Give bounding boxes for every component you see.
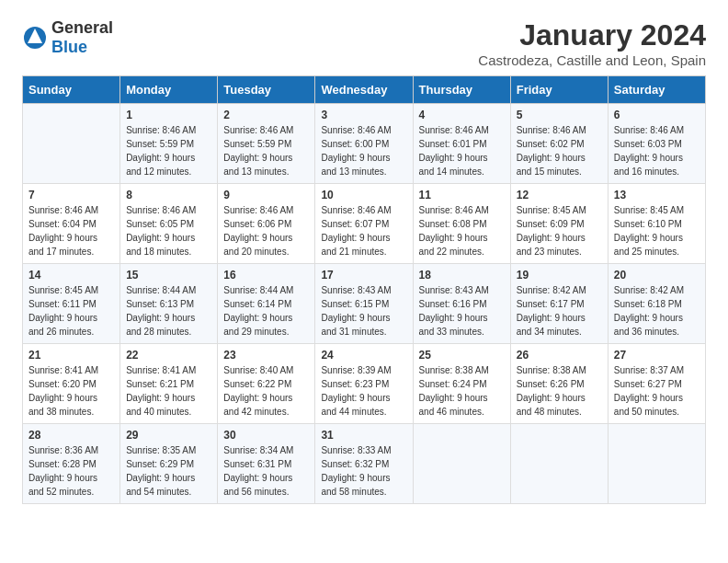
- day-info: Sunrise: 8:37 AM Sunset: 6:27 PM Dayligh…: [614, 363, 700, 419]
- day-header: Friday: [510, 76, 608, 104]
- day-number: 24: [321, 349, 406, 362]
- logo-icon: [22, 25, 48, 51]
- calendar-cell: 12Sunrise: 8:45 AM Sunset: 6:09 PM Dayli…: [510, 184, 608, 264]
- day-info: Sunrise: 8:46 AM Sunset: 6:03 PM Dayligh…: [614, 123, 700, 178]
- calendar-cell: 19Sunrise: 8:42 AM Sunset: 6:17 PM Dayli…: [510, 264, 608, 344]
- calendar-cell: 9Sunrise: 8:46 AM Sunset: 6:06 PM Daylig…: [218, 184, 315, 264]
- calendar-cell: 10Sunrise: 8:46 AM Sunset: 6:07 PM Dayli…: [315, 184, 413, 264]
- day-number: 8: [126, 189, 211, 201]
- day-number: 22: [126, 349, 211, 362]
- calendar-week-row: 1Sunrise: 8:46 AM Sunset: 5:59 PM Daylig…: [23, 104, 706, 184]
- calendar-week-row: 28Sunrise: 8:36 AM Sunset: 6:28 PM Dayli…: [23, 424, 706, 504]
- day-number: 4: [419, 109, 505, 121]
- page-header: General Blue January 2024 Castrodeza, Ca…: [22, 18, 706, 68]
- location-title: Castrodeza, Castille and Leon, Spain: [478, 52, 706, 68]
- day-info: Sunrise: 8:38 AM Sunset: 6:24 PM Dayligh…: [419, 363, 505, 419]
- day-number: 30: [223, 429, 309, 442]
- calendar-week-row: 7Sunrise: 8:46 AM Sunset: 6:04 PM Daylig…: [23, 184, 706, 264]
- day-number: 21: [28, 349, 114, 362]
- day-header: Sunday: [23, 76, 120, 104]
- day-number: 3: [321, 109, 406, 121]
- day-info: Sunrise: 8:38 AM Sunset: 6:26 PM Dayligh…: [517, 363, 602, 419]
- day-number: 31: [321, 429, 406, 442]
- calendar-cell: [23, 104, 120, 184]
- day-info: Sunrise: 8:42 AM Sunset: 6:17 PM Dayligh…: [517, 283, 602, 339]
- calendar-cell: 13Sunrise: 8:45 AM Sunset: 6:10 PM Dayli…: [608, 184, 705, 264]
- day-number: 26: [517, 349, 602, 362]
- calendar-cell: 28Sunrise: 8:36 AM Sunset: 6:28 PM Dayli…: [23, 424, 120, 504]
- calendar-cell: 3Sunrise: 8:46 AM Sunset: 6:00 PM Daylig…: [315, 104, 413, 184]
- calendar-cell: 5Sunrise: 8:46 AM Sunset: 6:02 PM Daylig…: [510, 104, 608, 184]
- calendar-table: SundayMondayTuesdayWednesdayThursdayFrid…: [22, 75, 706, 504]
- day-number: 25: [419, 349, 505, 362]
- calendar-cell: 23Sunrise: 8:40 AM Sunset: 6:22 PM Dayli…: [218, 344, 315, 424]
- day-info: Sunrise: 8:40 AM Sunset: 6:22 PM Dayligh…: [223, 363, 309, 419]
- day-info: Sunrise: 8:43 AM Sunset: 6:16 PM Dayligh…: [419, 283, 505, 339]
- logo-general: General: [51, 18, 113, 37]
- day-info: Sunrise: 8:46 AM Sunset: 6:08 PM Dayligh…: [419, 203, 505, 259]
- day-info: Sunrise: 8:34 AM Sunset: 6:31 PM Dayligh…: [223, 443, 309, 499]
- calendar-cell: [413, 424, 510, 504]
- day-info: Sunrise: 8:35 AM Sunset: 6:29 PM Dayligh…: [126, 443, 211, 499]
- day-number: 9: [223, 189, 309, 201]
- day-number: 29: [126, 429, 211, 442]
- calendar-cell: 29Sunrise: 8:35 AM Sunset: 6:29 PM Dayli…: [120, 424, 218, 504]
- day-info: Sunrise: 8:42 AM Sunset: 6:18 PM Dayligh…: [614, 283, 700, 339]
- day-number: 16: [223, 269, 309, 282]
- day-info: Sunrise: 8:45 AM Sunset: 6:09 PM Dayligh…: [517, 203, 602, 259]
- calendar-cell: 15Sunrise: 8:44 AM Sunset: 6:13 PM Dayli…: [120, 264, 218, 344]
- calendar-cell: 18Sunrise: 8:43 AM Sunset: 6:16 PM Dayli…: [413, 264, 510, 344]
- calendar-cell: 4Sunrise: 8:46 AM Sunset: 6:01 PM Daylig…: [413, 104, 510, 184]
- day-number: 19: [517, 269, 602, 282]
- day-number: 20: [614, 269, 700, 282]
- day-info: Sunrise: 8:43 AM Sunset: 6:15 PM Dayligh…: [321, 283, 406, 339]
- day-info: Sunrise: 8:45 AM Sunset: 6:11 PM Dayligh…: [28, 283, 114, 339]
- day-number: 10: [321, 189, 406, 201]
- calendar-cell: 6Sunrise: 8:46 AM Sunset: 6:03 PM Daylig…: [608, 104, 705, 184]
- day-info: Sunrise: 8:46 AM Sunset: 6:04 PM Dayligh…: [28, 203, 114, 259]
- day-info: Sunrise: 8:45 AM Sunset: 6:10 PM Dayligh…: [614, 203, 700, 259]
- calendar-cell: [608, 424, 705, 504]
- day-number: 14: [28, 269, 114, 282]
- day-number: 13: [614, 189, 700, 201]
- calendar-cell: 17Sunrise: 8:43 AM Sunset: 6:15 PM Dayli…: [315, 264, 413, 344]
- calendar-cell: 14Sunrise: 8:45 AM Sunset: 6:11 PM Dayli…: [23, 264, 120, 344]
- calendar-cell: 2Sunrise: 8:46 AM Sunset: 5:59 PM Daylig…: [218, 104, 315, 184]
- day-info: Sunrise: 8:44 AM Sunset: 6:14 PM Dayligh…: [223, 283, 309, 339]
- day-info: Sunrise: 8:46 AM Sunset: 6:00 PM Dayligh…: [321, 123, 406, 178]
- day-info: Sunrise: 8:41 AM Sunset: 6:20 PM Dayligh…: [28, 363, 114, 419]
- day-number: 15: [126, 269, 211, 282]
- calendar-cell: 11Sunrise: 8:46 AM Sunset: 6:08 PM Dayli…: [413, 184, 510, 264]
- logo-blue: Blue: [51, 38, 87, 56]
- day-number: 27: [614, 349, 700, 362]
- day-header: Saturday: [608, 76, 705, 104]
- day-info: Sunrise: 8:46 AM Sunset: 6:07 PM Dayligh…: [321, 203, 406, 259]
- calendar-cell: 8Sunrise: 8:46 AM Sunset: 6:05 PM Daylig…: [120, 184, 218, 264]
- calendar-body: 1Sunrise: 8:46 AM Sunset: 5:59 PM Daylig…: [23, 104, 706, 504]
- calendar-cell: 20Sunrise: 8:42 AM Sunset: 6:18 PM Dayli…: [608, 264, 705, 344]
- day-number: 12: [517, 189, 602, 201]
- title-block: January 2024 Castrodeza, Castille and Le…: [478, 18, 706, 68]
- calendar-week-row: 14Sunrise: 8:45 AM Sunset: 6:11 PM Dayli…: [23, 264, 706, 344]
- day-info: Sunrise: 8:46 AM Sunset: 6:06 PM Dayligh…: [223, 203, 309, 259]
- calendar-cell: 16Sunrise: 8:44 AM Sunset: 6:14 PM Dayli…: [218, 264, 315, 344]
- day-header: Monday: [120, 76, 218, 104]
- day-info: Sunrise: 8:46 AM Sunset: 6:05 PM Dayligh…: [126, 203, 211, 259]
- calendar-cell: 24Sunrise: 8:39 AM Sunset: 6:23 PM Dayli…: [315, 344, 413, 424]
- day-header: Wednesday: [315, 76, 413, 104]
- logo: General Blue: [22, 18, 113, 57]
- day-number: 28: [28, 429, 114, 442]
- day-info: Sunrise: 8:33 AM Sunset: 6:32 PM Dayligh…: [321, 443, 406, 499]
- logo-text: General Blue: [51, 18, 113, 57]
- day-number: 17: [321, 269, 406, 282]
- day-number: 6: [614, 109, 700, 121]
- day-info: Sunrise: 8:46 AM Sunset: 6:02 PM Dayligh…: [517, 123, 602, 178]
- month-title: January 2024: [478, 18, 706, 52]
- calendar-cell: 22Sunrise: 8:41 AM Sunset: 6:21 PM Dayli…: [120, 344, 218, 424]
- day-info: Sunrise: 8:46 AM Sunset: 5:59 PM Dayligh…: [126, 123, 211, 178]
- day-number: 7: [28, 189, 114, 201]
- day-number: 2: [223, 109, 309, 121]
- calendar-cell: 30Sunrise: 8:34 AM Sunset: 6:31 PM Dayli…: [218, 424, 315, 504]
- day-info: Sunrise: 8:44 AM Sunset: 6:13 PM Dayligh…: [126, 283, 211, 339]
- day-info: Sunrise: 8:41 AM Sunset: 6:21 PM Dayligh…: [126, 363, 211, 419]
